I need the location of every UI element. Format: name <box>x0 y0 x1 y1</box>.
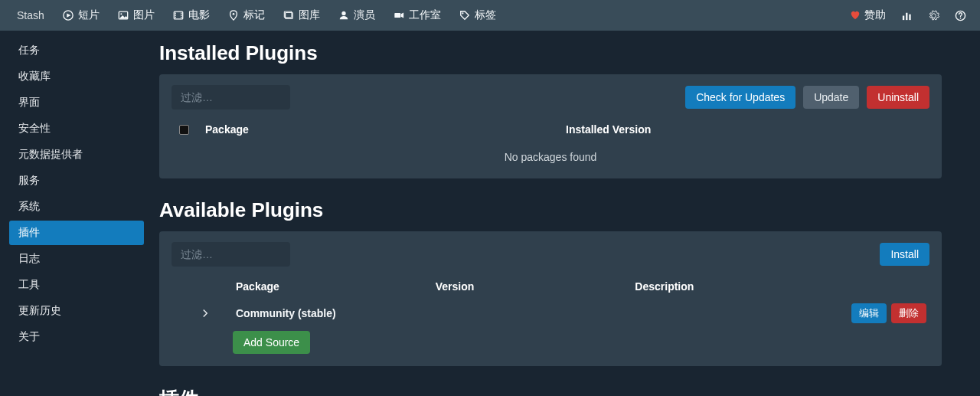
svg-rect-8 <box>181 13 181 15</box>
sidebar-item-logs[interactable]: 日志 <box>9 247 144 271</box>
images-icon <box>283 10 294 21</box>
installed-table-header: Package Installed Version <box>172 120 929 143</box>
sidebar-item-about[interactable]: 关于 <box>9 325 144 349</box>
check-updates-button[interactable]: Check for Updates <box>685 86 795 109</box>
expand-source-toggle[interactable] <box>175 309 236 318</box>
video-camera-icon <box>394 10 404 21</box>
nav-label: 图库 <box>299 8 320 22</box>
stats-button[interactable] <box>895 0 919 31</box>
add-source-button[interactable]: Add Source <box>233 331 310 354</box>
nav-scenes[interactable]: 短片 <box>54 0 109 31</box>
sidebar-item-metadata-providers[interactable]: 元数据提供者 <box>9 142 144 167</box>
svg-marker-16 <box>400 13 403 18</box>
help-button[interactable] <box>949 0 972 31</box>
nav-label: 短片 <box>78 8 100 22</box>
installed-plugins-heading: Installed Plugins <box>159 41 942 65</box>
available-plugins-heading: Available Plugins <box>159 198 942 222</box>
user-icon <box>338 10 349 21</box>
sponsor-label: 赞助 <box>864 8 886 22</box>
plugins-heading: 插件 <box>159 386 942 396</box>
svg-rect-19 <box>906 12 907 19</box>
col-installed-version: Installed Version <box>566 123 926 136</box>
topnav-right: 赞助 <box>844 0 972 31</box>
svg-rect-7 <box>175 17 175 18</box>
nav-label: 标记 <box>243 8 265 22</box>
svg-point-17 <box>462 12 463 14</box>
edit-source-button[interactable]: 编辑 <box>851 303 887 323</box>
nav-performers[interactable]: 演员 <box>329 0 384 31</box>
svg-rect-18 <box>903 15 904 20</box>
select-all-checkbox[interactable] <box>179 125 189 135</box>
col-package: Package <box>205 123 566 136</box>
settings-sidebar: 任务 收藏库 界面 安全性 元数据提供者 服务 系统 插件 日志 工具 更新历史… <box>0 31 153 396</box>
nav-movies[interactable]: 电影 <box>164 0 219 31</box>
sidebar-item-services[interactable]: 服务 <box>9 169 144 193</box>
svg-rect-6 <box>175 15 175 16</box>
nav-tags[interactable]: 标签 <box>450 0 505 31</box>
image-icon <box>118 10 129 21</box>
sidebar-item-library[interactable]: 收藏库 <box>9 64 144 89</box>
bar-chart-icon <box>901 10 913 21</box>
available-filter-input[interactable] <box>172 242 290 267</box>
sidebar-item-tools[interactable]: 工具 <box>9 273 144 297</box>
sidebar-item-system[interactable]: 系统 <box>9 195 144 219</box>
delete-source-button[interactable]: 删除 <box>891 303 926 323</box>
svg-rect-9 <box>181 15 181 16</box>
nav-galleries[interactable]: 图库 <box>274 0 329 31</box>
installed-empty-message: No packages found <box>172 143 929 166</box>
sponsor-link[interactable]: 赞助 <box>844 0 892 31</box>
nav-items: 短片 图片 电影 标记 图库 演员 工作室 标签 <box>54 0 505 31</box>
heart-icon <box>850 10 861 21</box>
nav-label: 标签 <box>475 8 496 22</box>
nav-label: 工作室 <box>409 8 441 22</box>
svg-point-11 <box>233 13 235 15</box>
nav-markers[interactable]: 标记 <box>219 0 274 31</box>
film-icon <box>173 10 184 21</box>
chevron-right-icon <box>201 309 210 318</box>
svg-rect-20 <box>909 14 910 20</box>
available-table-header: Package Version Description <box>172 277 929 302</box>
sidebar-item-interface[interactable]: 界面 <box>9 90 144 115</box>
sidebar-item-security[interactable]: 安全性 <box>9 116 144 141</box>
svg-rect-5 <box>175 13 175 15</box>
svg-point-3 <box>120 13 122 15</box>
nav-label: 演员 <box>354 8 375 22</box>
svg-rect-15 <box>394 13 400 18</box>
svg-point-14 <box>341 11 345 15</box>
install-button[interactable]: Install <box>880 243 929 266</box>
update-button[interactable]: Update <box>803 86 859 109</box>
play-circle-icon <box>63 10 74 21</box>
brand-logo[interactable]: Stash <box>8 9 54 21</box>
question-circle-icon <box>955 10 966 21</box>
svg-marker-1 <box>67 13 70 17</box>
source-row: Community (stable) 编辑 删除 <box>172 302 929 331</box>
svg-rect-10 <box>181 17 181 18</box>
installed-filter-input[interactable] <box>172 85 290 110</box>
top-nav: Stash 短片 图片 电影 标记 图库 演员 工作室 <box>0 0 980 31</box>
col-version: Version <box>436 280 635 293</box>
source-name: Community (stable) <box>236 307 436 319</box>
nav-label: 图片 <box>133 8 155 22</box>
col-description: Description <box>635 280 835 293</box>
map-pin-icon <box>228 10 239 21</box>
nav-studios[interactable]: 工作室 <box>384 0 450 31</box>
sidebar-item-changelog[interactable]: 更新历史 <box>9 299 144 323</box>
nav-images[interactable]: 图片 <box>109 0 164 31</box>
main-content: Installed Plugins Check for Updates Upda… <box>153 31 980 396</box>
gear-icon <box>928 10 939 21</box>
col-package: Package <box>236 280 436 293</box>
nav-label: 电影 <box>188 8 210 22</box>
settings-button[interactable] <box>922 0 946 31</box>
tag-icon <box>459 10 470 21</box>
available-plugins-card: Install Package Version Description Comm… <box>159 231 942 366</box>
sidebar-item-plugins[interactable]: 插件 <box>9 221 144 245</box>
installed-plugins-card: Check for Updates Update Uninstall Packa… <box>159 74 942 178</box>
sidebar-item-tasks[interactable]: 任务 <box>9 38 144 63</box>
uninstall-button[interactable]: Uninstall <box>867 86 929 109</box>
svg-point-22 <box>960 17 962 18</box>
